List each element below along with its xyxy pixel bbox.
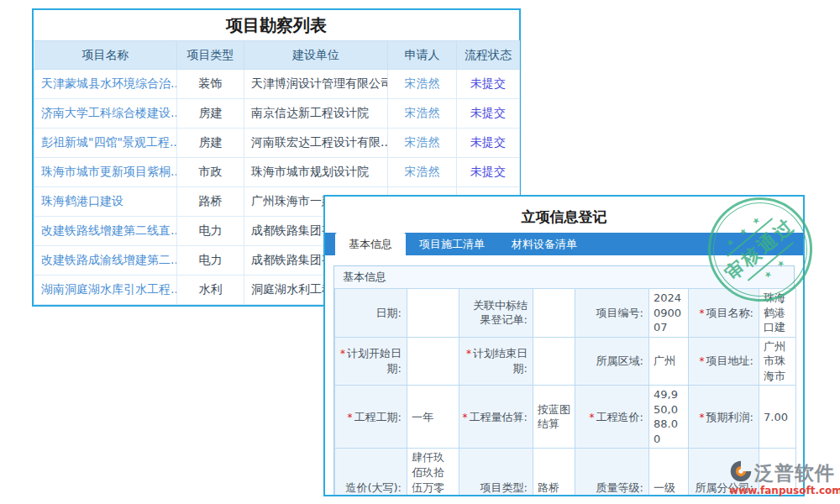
duration-label: *工程工期: bbox=[335, 386, 407, 449]
vendor-name: 泛普软件 bbox=[754, 460, 835, 486]
tab-construction-list[interactable]: 项目施工清单 bbox=[406, 233, 498, 255]
project-type-field[interactable]: 路桥 bbox=[533, 449, 575, 496]
build-unit: 天津博润设计管理有限公司 bbox=[244, 70, 388, 99]
required-mark: * bbox=[466, 348, 471, 360]
basic-info-table: 日期: 关联中标结果登记单: 项目编号: 2024090007 *项目名称: 珠… bbox=[334, 288, 796, 496]
project-name-link[interactable]: 彭祖新城"四馆"景观工程... bbox=[34, 129, 177, 158]
related-bid-result-label: 关联中标结果登记单: bbox=[459, 289, 533, 338]
col-header-project-type: 项目类型 bbox=[177, 41, 244, 70]
registration-form-window: 立项信息登记 基本信息 项目施工清单 材料设备清单 基本信息 日期: 关联中标结… bbox=[323, 195, 805, 496]
applicant[interactable]: 宋浩然 bbox=[388, 158, 457, 187]
region-label: 所属区域: bbox=[575, 337, 649, 386]
project-address-label: *项目地址: bbox=[689, 337, 759, 386]
project-name-field[interactable]: 珠海鹤港口建 bbox=[759, 289, 796, 338]
project-type: 路桥 bbox=[177, 187, 244, 217]
section-title-basic-info: 基本信息 bbox=[334, 266, 794, 288]
col-header-project-name: 项目名称 bbox=[34, 41, 177, 70]
plan-end-date-label: *计划结束日期: bbox=[459, 337, 533, 386]
applicant[interactable]: 宋浩然 bbox=[388, 129, 457, 158]
plan-end-date-field[interactable] bbox=[533, 337, 575, 386]
related-bid-result-field[interactable] bbox=[533, 289, 575, 338]
project-cost-label: *工程造价: bbox=[575, 386, 649, 449]
build-unit: 南京信达新工程设计院 bbox=[244, 99, 388, 129]
project-name-link[interactable]: 改建铁路线增建第二线直... bbox=[34, 217, 177, 246]
tab-basic-info[interactable]: 基本信息 bbox=[335, 233, 406, 255]
table-row: 济南大学工科综合楼建设... 房建 南京信达新工程设计院 宋浩然 未提交 bbox=[34, 99, 520, 129]
date-label: 日期: bbox=[335, 289, 407, 338]
form-title: 立项信息登记 bbox=[325, 197, 803, 228]
region-field[interactable]: 广州 bbox=[649, 337, 689, 386]
project-no-label: 项目编号: bbox=[575, 289, 649, 338]
required-mark: * bbox=[700, 412, 705, 423]
required-mark: * bbox=[463, 412, 468, 423]
project-type: 装饰 bbox=[177, 70, 244, 99]
date-field[interactable] bbox=[407, 289, 459, 338]
project-name-link[interactable]: 济南大学工科综合楼建设... bbox=[34, 99, 177, 129]
required-mark: * bbox=[700, 307, 705, 319]
tab-material-equipment-list[interactable]: 材料设备清单 bbox=[498, 233, 591, 255]
project-cost-field[interactable]: 49,950,088.00 bbox=[649, 386, 689, 449]
quality-grade-field[interactable]: 一级 bbox=[649, 449, 689, 496]
project-type: 电力 bbox=[177, 217, 244, 246]
project-type: 房建 bbox=[177, 129, 244, 158]
project-name-link[interactable]: 天津蒙城县水环境综合治... bbox=[34, 70, 177, 99]
fanpu-logo-icon bbox=[729, 459, 753, 486]
flow-status[interactable]: 未提交 bbox=[457, 129, 520, 158]
project-type: 水利 bbox=[177, 276, 244, 305]
vendor-url[interactable]: www.fanpusoft.com bbox=[729, 485, 838, 496]
project-name-link[interactable]: 珠海鹤港口建设 bbox=[34, 187, 177, 217]
required-mark: * bbox=[340, 348, 345, 360]
project-no-field[interactable]: 2024090007 bbox=[649, 289, 689, 338]
quality-grade-label: 质量等级: bbox=[575, 449, 649, 496]
cost-in-words-label: 造价(大写): bbox=[335, 449, 407, 496]
build-unit: 珠海市城市规划设计院 bbox=[244, 158, 388, 187]
project-name-link[interactable]: 珠海市城市更新项目紫桐... bbox=[34, 158, 177, 187]
table-row: 天津蒙城县水环境综合治... 装饰 天津博润设计管理有限公司 宋浩然 未提交 bbox=[34, 70, 520, 99]
required-mark: * bbox=[348, 412, 353, 423]
applicant[interactable]: 宋浩然 bbox=[388, 99, 457, 129]
expected-profit-label: *预期利润: bbox=[689, 386, 759, 449]
required-mark: * bbox=[700, 355, 705, 367]
survey-list-title: 项目勘察列表 bbox=[34, 10, 519, 40]
project-type: 房建 bbox=[177, 99, 244, 129]
form-tab-bar: 基本信息 项目施工清单 材料设备清单 bbox=[325, 233, 803, 255]
quantity-estimate-field[interactable]: 按蓝图结算 bbox=[533, 386, 575, 449]
plan-start-date-field[interactable] bbox=[407, 337, 459, 386]
duration-field[interactable]: 一年 bbox=[407, 386, 459, 449]
plan-start-date-label: *计划开始日期: bbox=[335, 337, 407, 386]
flow-status[interactable]: 未提交 bbox=[457, 99, 520, 129]
table-row: 珠海市城市更新项目紫桐... 市政 珠海市城市规划设计院 宋浩然 未提交 bbox=[34, 158, 520, 187]
applicant[interactable]: 宋浩然 bbox=[388, 70, 457, 99]
cost-in-words-field[interactable]: 肆仟玖佰玖拾伍万零捌拾捌元整 bbox=[407, 449, 459, 496]
vendor-logo: 泛普软件 www.fanpusoft.com bbox=[729, 459, 838, 496]
basic-info-panel: 基本信息 日期: 关联中标结果登记单: 项目编号: 2024090007 *项目… bbox=[333, 265, 795, 496]
survey-header-row: 项目名称 项目类型 建设单位 申请人 流程状态 bbox=[34, 41, 520, 70]
project-name-link[interactable]: 湖南洞庭湖水库引水工程... bbox=[34, 276, 177, 305]
project-name-link[interactable]: 改建铁路成渝线增建第二... bbox=[34, 246, 177, 276]
flow-status[interactable]: 未提交 bbox=[457, 70, 520, 99]
expected-profit-field[interactable]: 7.00 bbox=[759, 386, 796, 449]
required-mark: * bbox=[590, 412, 595, 423]
col-header-flow-status: 流程状态 bbox=[457, 41, 520, 70]
project-type: 电力 bbox=[177, 246, 244, 276]
build-unit: 河南联宏达工程设计有限... bbox=[244, 129, 388, 158]
project-name-label: *项目名称: bbox=[689, 289, 759, 338]
project-address-field[interactable]: 广州市珠海市 bbox=[759, 337, 796, 386]
quantity-estimate-label: *工程量估算: bbox=[459, 386, 533, 449]
project-type: 市政 bbox=[177, 158, 244, 187]
col-header-applicant: 申请人 bbox=[388, 41, 457, 70]
project-type-label: 项目类型: bbox=[459, 449, 533, 496]
table-row: 彭祖新城"四馆"景观工程... 房建 河南联宏达工程设计有限... 宋浩然 未提… bbox=[34, 129, 520, 158]
col-header-build-unit: 建设单位 bbox=[244, 41, 388, 70]
flow-status[interactable]: 未提交 bbox=[457, 158, 520, 187]
